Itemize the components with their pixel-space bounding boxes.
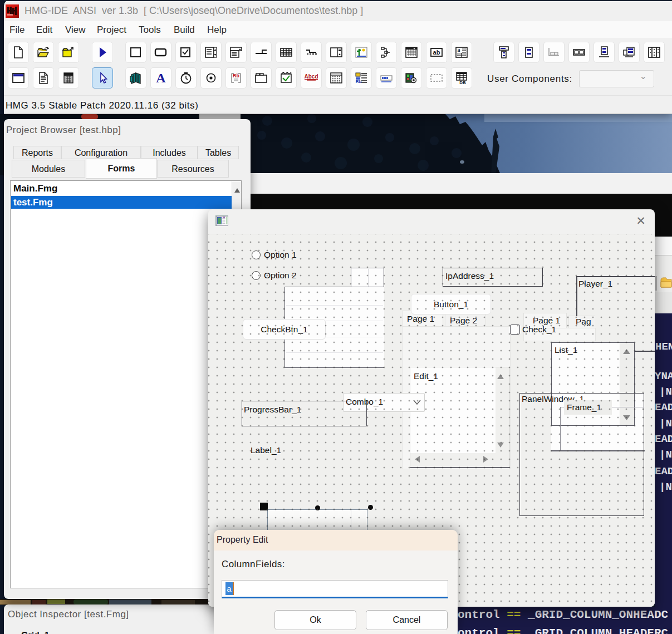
svg-text:a: a	[458, 47, 460, 53]
svg-text:A: A	[156, 71, 166, 85]
svg-text:ab: ab	[433, 49, 440, 56]
svg-text:DB: DB	[459, 80, 466, 85]
svg-text:Abcd: Abcd	[305, 73, 318, 80]
svg-text:Rb: Rb	[233, 73, 239, 78]
svg-text:Rb: Rb	[356, 79, 362, 84]
